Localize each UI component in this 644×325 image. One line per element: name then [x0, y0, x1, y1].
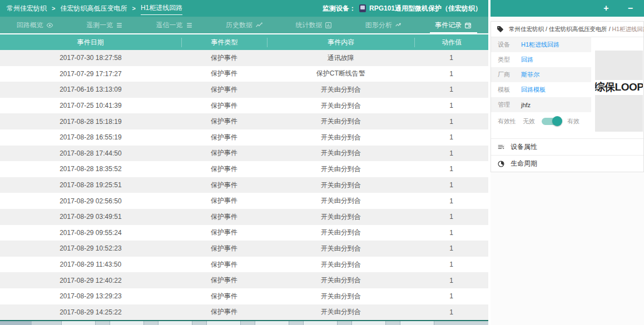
- field-value-link[interactable]: 回路模板: [521, 86, 546, 94]
- tab-telesignal-list[interactable]: 遥信一览: [140, 17, 209, 33]
- table-row[interactable]: 2017-08-29 10:52:23保护事件开关由分到合1: [0, 241, 488, 257]
- validity-toggle[interactable]: [542, 118, 561, 125]
- monitor-device-name[interactable]: RPG101通用型微机保护（佳宏纺织）: [369, 4, 482, 13]
- field-template: 模板回路模板: [491, 82, 591, 97]
- panel-breadcrumb: 常州佳宏纺织 / 佳宏纺织高低压变电所 / H1柜进线回路: [491, 22, 643, 37]
- tab-label: 统计数据: [295, 21, 322, 30]
- table-cell: 开关由分到合: [267, 133, 414, 142]
- table-cell: 1: [414, 54, 488, 62]
- table-row[interactable]: 2017-07-30 18:27:58保护事件通讯故障1: [0, 50, 488, 66]
- zoom-in-button[interactable]: +: [603, 4, 608, 13]
- tab-bar: 回路概览遥测一览遥信一览历史数据统计数据图形分析事件记录: [0, 17, 488, 33]
- tab-history-data[interactable]: 历史数据: [209, 17, 279, 33]
- table-cell: 1: [414, 261, 488, 268]
- table-cell: 1: [414, 102, 488, 109]
- table-row[interactable]: 2017-08-29 13:29:23保护事件开关由分到合1: [0, 288, 488, 304]
- field-label: 管理: [498, 101, 521, 109]
- table-cell: 开关由分到合: [267, 260, 414, 269]
- field-device: 设备H1柜进线回路: [491, 37, 591, 52]
- table-cell: 保护事件: [181, 69, 267, 78]
- table-row[interactable]: 2017-08-28 16:55:19保护事件开关由分到合1: [0, 129, 488, 146]
- table-cell: 保护事件: [181, 196, 267, 206]
- table-row[interactable]: 2017-08-28 18:35:52保护事件开关由分到合1: [0, 161, 488, 177]
- table-cell: 保护事件: [181, 260, 267, 269]
- table-row[interactable]: 2017-08-28 17:44:50保护事件开关由分到合1: [0, 146, 488, 162]
- table-row[interactable]: 2017-07-29 17:17:27保护事件保护CT断线告警1: [0, 66, 488, 82]
- table-cell: 1: [414, 277, 488, 284]
- table-cell: 2017-08-28 18:35:52: [0, 165, 181, 173]
- table-cell: 保护事件: [181, 276, 267, 285]
- table-row[interactable]: 2017-08-29 12:40:22保护事件开关由分到合1: [0, 272, 488, 288]
- table-row[interactable]: 2017-08-29 02:56:50保护事件开关由分到合1: [0, 193, 488, 209]
- scrollbar-segment: [255, 321, 289, 325]
- zoom-out-button[interactable]: −: [628, 4, 633, 13]
- table-cell: 保护事件: [181, 101, 267, 111]
- table-row[interactable]: 2017-06-16 13:13:09保护事件开关由分到合1: [0, 82, 488, 98]
- field-manager: 管理jhfz: [491, 97, 591, 112]
- table-row[interactable]: 2017-08-29 09:55:24保护事件开关由分到合1: [0, 225, 488, 241]
- table-cell: 开关由分到合: [267, 85, 414, 94]
- monitor-device-label: 监测设备：: [323, 4, 356, 13]
- tab-graph-analysis[interactable]: 图形分析: [349, 17, 418, 33]
- table-cell: 保护事件: [181, 164, 267, 174]
- scrollbar-segment: [303, 321, 338, 325]
- field-label: 模板: [498, 86, 521, 94]
- breadcrumb-item-substation[interactable]: 佳宏纺织高低压变电所: [60, 4, 127, 13]
- table-cell: 保护事件: [181, 133, 267, 142]
- scrollbar-segment: [110, 321, 144, 325]
- lifecycle-icon: [497, 160, 505, 168]
- table-cell: 2017-08-29 09:55:24: [0, 229, 181, 237]
- section-lifecycle[interactable]: 生命周期: [491, 155, 643, 172]
- table-cell: 2017-08-29 11:43:50: [0, 261, 181, 268]
- bottom-scrollbar[interactable]: [0, 321, 488, 325]
- breadcrumb-separator: >: [52, 5, 55, 12]
- table-row[interactable]: 2017-08-29 11:43:50保护事件开关由分到合1: [0, 257, 488, 273]
- table-row[interactable]: 2017-08-29 03:49:51保护事件开关由分到合1: [0, 209, 488, 225]
- table-cell: 2017-08-28 16:55:19: [0, 133, 181, 141]
- table-cell: 2017-08-28 15:18:19: [0, 118, 181, 126]
- table-cell: 2017-08-29 13:29:23: [0, 292, 181, 300]
- section-device-properties[interactable]: 设备属性: [491, 138, 643, 155]
- table-row[interactable]: 2017-07-25 10:41:39保护事件开关由分到合1: [0, 98, 488, 114]
- table-row[interactable]: 2017-08-28 15:18:19保护事件开关由分到合1: [0, 113, 488, 129]
- analytics-icon: [395, 22, 402, 29]
- table-cell: 1: [414, 197, 488, 205]
- field-value: jhfz: [521, 102, 531, 108]
- scrollbar-segment: [400, 321, 434, 325]
- table-cell: 开关由分到合: [267, 292, 414, 301]
- scrollbar-segment: [206, 321, 241, 325]
- field-value-link[interactable]: 斯菲尔: [521, 71, 539, 79]
- column-header-event-date: 事件日期: [0, 38, 181, 47]
- column-header-action-value: 动作值: [414, 38, 488, 47]
- field-value-link[interactable]: H1柜进线回路: [521, 41, 559, 49]
- table-cell: 保护事件: [181, 244, 267, 253]
- tab-statistics-data[interactable]: 统计数据: [279, 17, 349, 33]
- table-cell: 保护事件: [181, 117, 267, 126]
- table-cell: 2017-08-29 10:52:23: [0, 244, 181, 252]
- event-table-header: 事件日期 事件类型 事件内容 动作值: [0, 34, 488, 50]
- table-row[interactable]: 2017-08-28 19:25:51保护事件开关由分到合1: [0, 177, 488, 193]
- bar-chart-icon: [325, 22, 332, 29]
- table-row[interactable]: 2017-08-29 14:25:22保护事件开关由分到合1: [0, 304, 488, 321]
- table-cell: 1: [414, 308, 488, 316]
- tab-label: 事件记录: [435, 21, 462, 30]
- tab-telemetry-list[interactable]: 遥测一览: [70, 17, 139, 33]
- table-cell: 1: [414, 86, 488, 93]
- table-cell: 1: [414, 181, 488, 189]
- tab-label: 遥测一览: [86, 21, 113, 30]
- monitor-device: 监测设备： RPG101通用型微机保护（佳宏纺织）: [323, 4, 482, 13]
- tab-event-log[interactable]: 事件记录: [419, 17, 488, 33]
- table-cell: 开关由分到合: [267, 181, 414, 190]
- scrollbar-lead: [0, 321, 32, 325]
- tab-circuit-overview[interactable]: 回路概览: [0, 17, 70, 33]
- breadcrumb-item-circuit[interactable]: H1柜进线回路: [141, 3, 182, 15]
- device-info-panel: + − 常州佳宏纺织 / 佳宏纺织高低压变电所 / H1柜进线回路 设备H1柜进…: [491, 0, 644, 325]
- breadcrumb-item-factory[interactable]: 常州佳宏纺织: [7, 4, 47, 13]
- table-cell: 2017-06-16 13:13:09: [0, 86, 181, 93]
- list-icon: [186, 22, 193, 29]
- table-cell: 1: [414, 149, 488, 157]
- tab-label: 回路概览: [17, 21, 43, 30]
- validity-off-label: 无效: [523, 117, 535, 126]
- field-value-link[interactable]: 回路: [521, 56, 533, 64]
- table-cell: 开关由分到合: [267, 228, 414, 237]
